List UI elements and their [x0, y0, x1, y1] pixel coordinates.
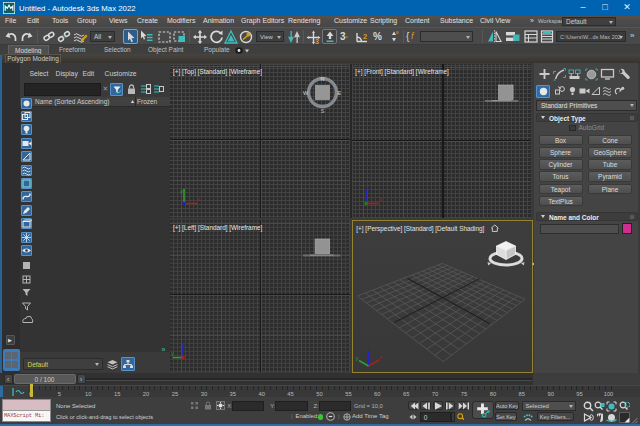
svg-text:E: E [338, 90, 342, 96]
svg-text:x: x [379, 354, 382, 360]
svg-text:2: 2 [363, 32, 367, 41]
svg-text:S: S [321, 108, 325, 114]
svg-text:z: z [366, 347, 369, 353]
svg-text:°: ° [396, 31, 399, 38]
svg-text:3: 3 [315, 38, 319, 45]
svg-text:y: y [180, 188, 183, 194]
svg-text:y: y [356, 355, 359, 361]
svg-text:W: W [303, 90, 309, 96]
svg-text:y: y [171, 350, 174, 356]
svg-text:z: z [367, 187, 370, 193]
svg-text:z: z [184, 341, 187, 347]
svg-text:x: x [379, 196, 382, 202]
svg-text:N: N [321, 76, 325, 82]
svg-text:x: x [197, 196, 200, 202]
